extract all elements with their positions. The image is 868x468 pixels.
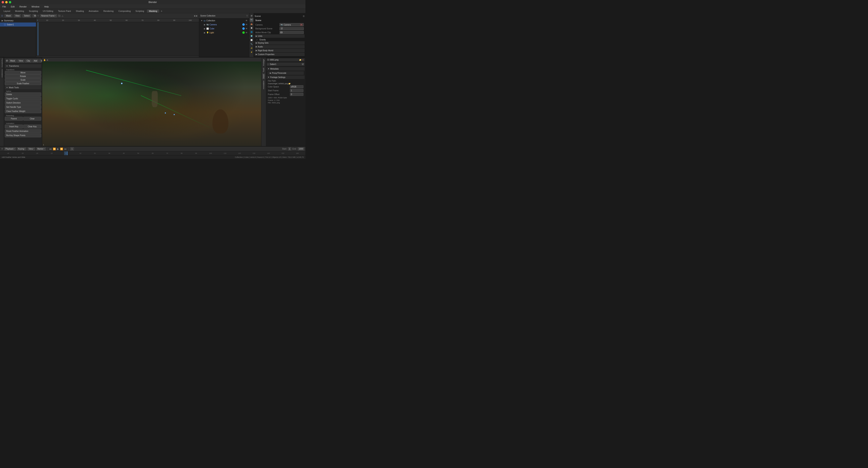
menu-file[interactable]: File (2, 5, 7, 8)
tab-texture-paint[interactable]: Texture Paint (56, 9, 73, 13)
camera-clear-btn[interactable]: ✕ (300, 24, 303, 26)
set-handle-type-btn[interactable]: Set Handle Type (5, 105, 41, 109)
scene-item-collection[interactable]: ▼ 🗂 Collection 👁 (199, 19, 249, 23)
menu-help[interactable]: Help (43, 5, 50, 8)
mask-control-point-1[interactable] (121, 83, 123, 84)
play-btn[interactable]: ▶ (57, 148, 59, 150)
metadata-section[interactable]: ▼ Metadata (267, 67, 305, 70)
annotation-tab-right[interactable]: Annotation (262, 80, 265, 90)
parent-btn[interactable]: Parent (5, 117, 23, 121)
sequence-content[interactable] (36, 22, 199, 56)
prev-frame-btn[interactable]: ⏪ (53, 148, 56, 150)
clear-feather-weight-btn[interactable]: Clear Feather Weight (5, 109, 41, 113)
playback-dropdown[interactable]: Playback (4, 147, 16, 150)
delete-btn[interactable]: Delete (5, 92, 41, 96)
tab-modeling[interactable]: Modeling (13, 9, 26, 13)
scale-feather-btn[interactable]: Scale Feather (5, 82, 41, 85)
start-frame-input[interactable]: 1 (288, 147, 291, 150)
prop-object-icon[interactable]: ⬜ (250, 38, 253, 42)
keying-sets-section[interactable]: ▶ Keying Sets (255, 41, 305, 45)
rotate-btn[interactable]: Rotate (5, 75, 41, 78)
jump-end-btn[interactable]: ⏭ (64, 148, 67, 150)
mask-control-point-2[interactable] (165, 112, 166, 114)
tab-sculpting[interactable]: Sculpting (27, 9, 40, 13)
reset-feather-btn[interactable]: Reset Feather Animation (5, 129, 41, 133)
cube-visibility[interactable]: 👁 (246, 28, 248, 30)
audio-section[interactable]: ▶ Audio (255, 45, 305, 49)
tab-masking[interactable]: Masking (147, 9, 159, 13)
outliner-item-saber1[interactable]: ⬡ Saber1 (0, 23, 36, 27)
scene-menu-icon[interactable]: ☰ (303, 15, 305, 17)
clear-key-btn[interactable]: Clear Key (23, 125, 41, 128)
next-frame-btn[interactable]: ⏩ (60, 148, 63, 150)
tab-scripting[interactable]: Scripting (133, 9, 146, 13)
current-frame-input[interactable]: 1 (70, 147, 74, 150)
camera-visibility[interactable]: 👁 (246, 24, 248, 26)
prop-scene-data-icon[interactable]: 🌐 (250, 30, 253, 34)
window-controls[interactable] (2, 1, 11, 3)
maximize-button[interactable] (9, 1, 11, 3)
clip-viewport[interactable]: ✋ ⊕ (42, 58, 261, 146)
prop-modifier-icon[interactable]: 🔧 (250, 42, 253, 46)
nearest-frame-dropdown[interactable]: Nearest Frame (40, 14, 57, 17)
seq-mask-btn[interactable]: Mask (5, 14, 12, 17)
transforms-section-header[interactable]: ▼ Transforms (5, 64, 41, 68)
clip-clip-btn[interactable]: Clip (25, 59, 31, 62)
bg-scene-value[interactable]: 🎬 (279, 27, 304, 30)
menu-edit[interactable]: Edit (10, 5, 16, 8)
tab-layout[interactable]: Layout (2, 9, 12, 13)
tab-shading[interactable]: Shading (74, 9, 86, 13)
rekey-btn[interactable]: Re-Key Shape Points (5, 134, 41, 137)
mask-control-point-3[interactable] (174, 114, 175, 115)
scene-item-cube[interactable]: ▶ ⬜ Cube 👁 (199, 27, 249, 31)
mask-checkbox[interactable]: ☑ (302, 63, 304, 65)
clear-parent-btn[interactable]: Clear (23, 117, 41, 121)
gravity-checkbox[interactable]: ✓ (255, 38, 258, 41)
keying-dropdown[interactable]: Keying (17, 147, 27, 150)
footage-settings-section[interactable]: ▼ Footage Settings (267, 76, 305, 79)
proxy-timecode-item[interactable]: ▶ Proxy/Timecode (268, 71, 304, 75)
tab-uv-editing[interactable]: UV Editing (41, 9, 55, 13)
prop-world-icon[interactable]: 🌍 (250, 34, 253, 38)
prop-render-icon[interactable]: 📷 (250, 18, 253, 22)
clip-add-btn[interactable]: Add (32, 59, 39, 62)
jump-start-btn[interactable]: ⏮ (49, 148, 52, 150)
minimize-button[interactable] (5, 1, 8, 3)
insert-key-btn[interactable]: Insert Key (5, 125, 23, 128)
outliner-item-summary[interactable]: ▶ Summary (0, 19, 36, 23)
file-browse-btn[interactable]: 📁 (288, 83, 290, 85)
footage-tab[interactable]: Footage (262, 58, 265, 66)
prop-view-layer-icon[interactable]: 🔲 (250, 26, 253, 30)
rigid-body-section[interactable]: ▶ Rigid Body World (255, 49, 305, 52)
scale-btn[interactable]: Scale (5, 78, 41, 82)
move-btn[interactable]: Move (5, 71, 41, 75)
switch-direction-btn[interactable]: Switch Direction (5, 101, 41, 105)
light-visibility[interactable]: 👁 (246, 32, 248, 34)
prop-output-icon[interactable]: 📤 (250, 22, 253, 26)
prop-scene-icon[interactable]: 🎬 (250, 14, 253, 18)
clip-open-btn[interactable]: 📁 (299, 59, 301, 61)
seq-arrow-right[interactable]: ▶ (196, 15, 198, 17)
custom-props-section[interactable]: ▶ Custom Properties (255, 53, 305, 56)
end-frame-input[interactable]: 1000 (298, 147, 304, 150)
scene-filter-icon[interactable]: ▽ (246, 15, 248, 17)
seq-view-btn[interactable]: View (14, 14, 21, 17)
seq-arrow-left[interactable]: ◀ (194, 15, 195, 17)
scene-item-light[interactable]: ▶ 💡 Light 👁 (199, 31, 249, 35)
camera-prop-value[interactable]: 📷 Camera ✕ (279, 23, 304, 26)
tab-rendering[interactable]: Rendering (101, 9, 116, 13)
clip-close-btn[interactable]: ✕ (302, 59, 304, 61)
timeline-ruler-strip[interactable]: -40 -30 -20 -10 1 10 20 30 40 50 60 70 8… (0, 151, 305, 155)
tab-animation[interactable]: Animation (87, 9, 101, 13)
close-button[interactable] (2, 1, 4, 3)
collection-visibility[interactable]: 👁 (246, 20, 248, 22)
clip-mask-btn2[interactable]: Mask (39, 59, 42, 62)
movie-clip-value[interactable]: 🎞 (279, 31, 304, 34)
marker-dropdown[interactable]: Marker (36, 147, 46, 150)
view-dropdown[interactable]: View (28, 147, 35, 150)
scene-item-camera[interactable]: ▶ 📷 Camera 👁 (199, 23, 249, 27)
color-space-value[interactable]: sRGB (290, 85, 303, 88)
tab-compositing[interactable]: Compositing (116, 9, 133, 13)
sequence-scrollbar[interactable] (36, 56, 199, 57)
clip-view-btn[interactable]: View (17, 59, 25, 62)
